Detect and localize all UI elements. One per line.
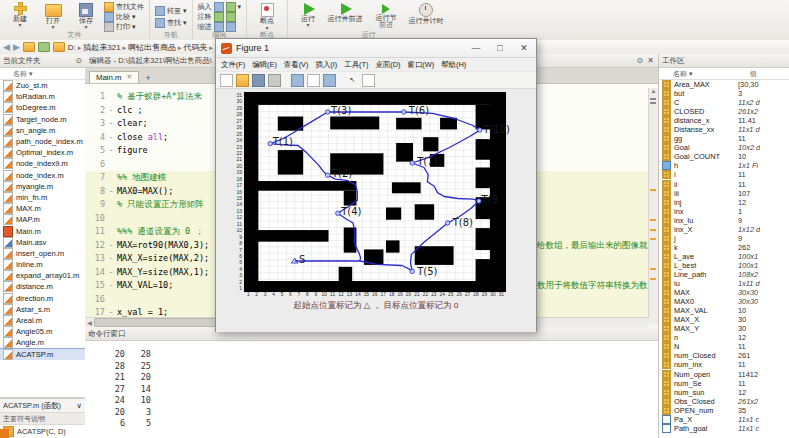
- workspace-variable-row[interactable]: CLOSED261x2: [659, 107, 789, 116]
- menu-item[interactable]: 编辑(E): [252, 60, 277, 70]
- workspace-variable-row[interactable]: inx1: [659, 207, 789, 216]
- details-function-signature[interactable]: ACATSP(C, D): [17, 427, 66, 436]
- run-section-button[interactable]: 运行节前进: [367, 2, 405, 31]
- workspace-variable-row[interactable]: C11x2 d: [659, 98, 789, 107]
- name-column-header[interactable]: 名称 ▾: [0, 68, 85, 80]
- file-item[interactable]: Angle.m: [0, 337, 85, 348]
- insert-button[interactable]: 插入 ▾: [198, 2, 242, 11]
- find-button[interactable]: 查找 ▾: [155, 18, 187, 27]
- menu-item[interactable]: 文件(F): [221, 60, 245, 70]
- file-item[interactable]: path_node_index.m: [0, 136, 85, 147]
- find-files-button[interactable]: 查找文件: [104, 2, 144, 11]
- new-tab-button[interactable]: +: [139, 73, 156, 83]
- breadcrumb-item[interactable]: D:: [68, 43, 76, 52]
- file-item[interactable]: Main.m: [0, 225, 85, 236]
- workspace-variable-row[interactable]: MAX_VAL10: [659, 306, 789, 315]
- chevron-down-icon[interactable]: ∨: [77, 401, 82, 410]
- file-item[interactable]: MAP.m: [0, 214, 85, 225]
- print-figure-icon[interactable]: [268, 74, 281, 87]
- workspace-variable-row[interactable]: but3: [659, 89, 789, 98]
- file-item[interactable]: Target_node.m: [0, 114, 85, 125]
- workspace-variable-row[interactable]: MAX30x30: [659, 288, 789, 297]
- workspace-variable-row[interactable]: i11: [659, 170, 789, 179]
- menu-item[interactable]: 查看(V): [284, 60, 309, 70]
- workspace-variable-row[interactable]: OPEN_num35: [659, 406, 789, 415]
- link-plot-icon[interactable]: [291, 74, 304, 87]
- menu-item[interactable]: 工具(T): [344, 60, 368, 70]
- run-time-button[interactable]: 运行并计时: [408, 2, 444, 31]
- legend-icon[interactable]: [323, 74, 336, 87]
- menu-item[interactable]: 帮助(H): [441, 60, 466, 70]
- workspace-variable-row[interactable]: num_Se11: [659, 379, 789, 388]
- file-item[interactable]: insert_open.m: [0, 248, 85, 259]
- panel-collapse-icon[interactable]: ⊙: [76, 56, 82, 65]
- editor-close-icon[interactable]: ✕: [647, 56, 654, 65]
- property-inspector-icon[interactable]: [362, 74, 375, 87]
- workspace-variable-row[interactable]: Num_open11412: [659, 370, 789, 379]
- colorbar-icon[interactable]: [307, 74, 320, 87]
- workspace-variable-row[interactable]: Area_MAX[30,30: [659, 80, 789, 89]
- workspace-variable-row[interactable]: L_ave100x1: [659, 252, 789, 261]
- workspace-variable-row[interactable]: lu1x11 d: [659, 279, 789, 288]
- tab-main-m[interactable]: Main.m✕: [89, 71, 139, 83]
- back-arrow-icon[interactable]: ◀: [3, 43, 10, 52]
- compare-button[interactable]: 比较 ▾: [104, 12, 144, 21]
- file-item[interactable]: Main.asv: [0, 237, 85, 248]
- run-advance-button[interactable]: 运行并前进: [326, 2, 364, 31]
- workspace-variable-row[interactable]: inx_X1x12 d: [659, 225, 789, 234]
- file-item[interactable]: toRadian.m: [0, 91, 85, 102]
- workspace-variable-row[interactable]: Pa_X11x1 c: [659, 415, 789, 424]
- workspace-variable-row[interactable]: MAX_X30: [659, 315, 789, 324]
- menu-item[interactable]: 窗口(W): [408, 60, 435, 70]
- maximize-button[interactable]: □: [488, 40, 512, 57]
- workspace-variable-row[interactable]: N11: [659, 342, 789, 351]
- workspace-variable-row[interactable]: ii11: [659, 180, 789, 189]
- file-item[interactable]: node_index9.m: [0, 158, 85, 169]
- tab-close-icon[interactable]: ✕: [127, 73, 133, 82]
- file-item[interactable]: Areal.m: [0, 315, 85, 326]
- workspace-variable-row[interactable]: k262: [659, 243, 789, 252]
- workspace-variable-row[interactable]: distance_x11.41: [659, 116, 789, 125]
- file-item[interactable]: node_index.m: [0, 170, 85, 181]
- workspace-variable-row[interactable]: n12: [659, 333, 789, 342]
- file-item[interactable]: toDegree.m: [0, 102, 85, 113]
- file-item[interactable]: Zuo_st.m: [0, 80, 85, 91]
- figure-window[interactable]: Figure 1 — □ ✕ 文件(F)编辑(E)查看(V)插入(I)工具(T)…: [215, 38, 537, 332]
- save-button[interactable]: 保存▾: [71, 2, 101, 31]
- open-button[interactable]: 打开▾: [38, 2, 68, 31]
- workspace-variable-row[interactable]: iii107: [659, 189, 789, 198]
- workspace-variable-row[interactable]: gg11: [659, 134, 789, 143]
- comment-button[interactable]: 注释: [198, 12, 242, 21]
- save-figure-icon[interactable]: [252, 74, 265, 87]
- workspace-name-column[interactable]: 名称 ▾: [659, 69, 750, 79]
- workspace-variable-row[interactable]: num_Closed261: [659, 351, 789, 360]
- file-item[interactable]: min_fn.m: [0, 192, 85, 203]
- open-file-icon[interactable]: [236, 74, 249, 87]
- breadcrumb-item[interactable]: 啊钻出售商品: [128, 43, 176, 52]
- workspace-variable-row[interactable]: Line_path108x2: [659, 270, 789, 279]
- menu-item[interactable]: 插入(I): [316, 60, 338, 70]
- goto-button[interactable]: 转至 ▾: [155, 6, 187, 15]
- file-item[interactable]: Astar_s.m: [0, 304, 85, 315]
- editor-collapse-icon[interactable]: ⊙: [637, 56, 644, 65]
- workspace-variable-row[interactable]: num_inx11: [659, 360, 789, 369]
- breakpoints-button[interactable]: 断点▾: [252, 2, 282, 31]
- workspace-variable-row[interactable]: j9: [659, 234, 789, 243]
- breadcrumb-path[interactable]: D: ▸ 搞起来321 ▸ 啊钻出售商品 ▸ 代码夹 ▸ 多: [68, 42, 223, 53]
- close-button[interactable]: ✕: [512, 40, 536, 57]
- folder-up-icon[interactable]: [23, 42, 35, 52]
- editor-vertical-scrollbar[interactable]: ▲: [648, 88, 658, 324]
- file-item[interactable]: Optimal_index.m: [0, 147, 85, 158]
- breadcrumb-item[interactable]: 搞起来321: [83, 43, 120, 52]
- file-item[interactable]: Inline.m: [0, 259, 85, 270]
- workspace-variable-row[interactable]: Goal10x2 d: [659, 143, 789, 152]
- file-item[interactable]: myangle.m: [0, 181, 85, 192]
- figure-title-bar[interactable]: Figure 1 — □ ✕: [216, 39, 536, 58]
- workspace-variable-row[interactable]: Goal_COUNT10: [659, 152, 789, 161]
- file-item[interactable]: sn_angle.m: [0, 125, 85, 136]
- forward-arrow-icon[interactable]: ▶: [13, 43, 20, 52]
- workspace-variable-row[interactable]: MAX_Y30: [659, 324, 789, 333]
- file-item[interactable]: Angle05.m: [0, 326, 85, 337]
- workspace-variable-row[interactable]: h1x1 Fi: [659, 161, 789, 170]
- new-button[interactable]: 新建▾: [5, 2, 35, 31]
